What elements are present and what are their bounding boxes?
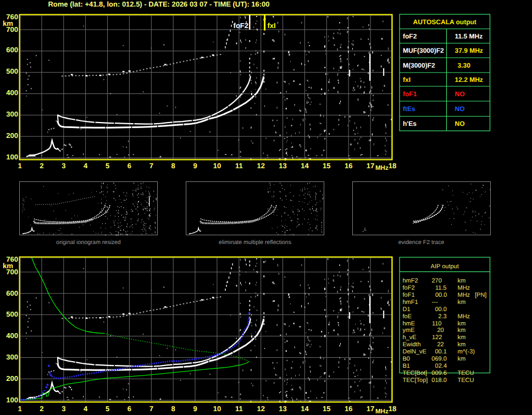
svg-text:Rome (lat: +41.8, lon: 012.5): Rome (lat: +41.8, lon: 012.5) - DATE: 20… bbox=[48, 0, 270, 8]
svg-text:14: 14 bbox=[301, 162, 309, 170]
svg-text:TEC[Top]: TEC[Top] bbox=[403, 377, 428, 384]
svg-text:hmF1: hmF1 bbox=[403, 299, 418, 306]
svg-text:foF1: foF1 bbox=[403, 292, 415, 298]
svg-text:NO: NO bbox=[455, 120, 465, 128]
svg-text:D1: D1 bbox=[403, 306, 411, 313]
svg-text:km: km bbox=[458, 299, 466, 306]
svg-text:10: 10 bbox=[213, 162, 221, 170]
svg-text:16: 16 bbox=[345, 162, 352, 170]
svg-text:12.2 MHz: 12.2 MHz bbox=[455, 76, 483, 84]
svg-text:200: 200 bbox=[6, 131, 18, 140]
svg-text:11: 11 bbox=[235, 162, 243, 170]
svg-text:3.30: 3.30 bbox=[458, 62, 471, 69]
svg-text:400: 400 bbox=[6, 331, 18, 340]
svg-text:km: km bbox=[458, 327, 466, 334]
svg-text:hmF2: hmF2 bbox=[403, 278, 418, 284]
svg-text:500: 500 bbox=[6, 310, 18, 318]
svg-text:14: 14 bbox=[301, 405, 309, 413]
svg-text:original ionogram resized: original ionogram resized bbox=[56, 239, 120, 246]
svg-text:foF1: foF1 bbox=[403, 90, 417, 98]
svg-text:11.5: 11.5 bbox=[435, 285, 447, 291]
svg-text:5: 5 bbox=[106, 162, 109, 170]
svg-text:NO: NO bbox=[455, 105, 465, 113]
svg-text:foF2: foF2 bbox=[403, 32, 417, 40]
svg-text:m^(-3): m^(-3) bbox=[458, 348, 475, 355]
svg-text:Ewidth: Ewidth bbox=[403, 341, 421, 348]
svg-text:TECU: TECU bbox=[458, 370, 474, 377]
svg-text:km: km bbox=[458, 341, 466, 348]
svg-text:37.9 MHz: 37.9 MHz bbox=[455, 47, 483, 54]
svg-text:22: 22 bbox=[437, 341, 444, 348]
svg-text:20: 20 bbox=[437, 327, 444, 334]
svg-text:2: 2 bbox=[40, 162, 43, 170]
svg-text:16: 16 bbox=[345, 405, 352, 413]
svg-text:foE: foE bbox=[403, 313, 412, 320]
svg-text:009.6: 009.6 bbox=[431, 370, 447, 377]
svg-text:300: 300 bbox=[6, 110, 18, 118]
svg-text:00.1: 00.1 bbox=[435, 348, 447, 355]
svg-text:MHz: MHz bbox=[458, 285, 470, 291]
svg-text:15: 15 bbox=[323, 162, 330, 170]
svg-text:km: km bbox=[458, 278, 466, 284]
svg-text:15: 15 bbox=[323, 405, 330, 413]
svg-text:fxI: fxI bbox=[268, 21, 276, 30]
svg-text:17: 17 bbox=[367, 405, 374, 413]
svg-text:10: 10 bbox=[213, 405, 221, 413]
svg-text:km: km bbox=[458, 356, 466, 362]
svg-text:7: 7 bbox=[149, 405, 153, 413]
svg-text:110: 110 bbox=[432, 320, 442, 327]
svg-text:02.4: 02.4 bbox=[435, 363, 447, 369]
svg-text:1: 1 bbox=[18, 162, 21, 170]
svg-text:foF2: foF2 bbox=[234, 21, 248, 30]
svg-text:2.3: 2.3 bbox=[438, 313, 446, 320]
svg-text:km: km bbox=[3, 262, 13, 270]
svg-text:11.5 MHz: 11.5 MHz bbox=[455, 32, 483, 40]
svg-text:B1: B1 bbox=[403, 363, 410, 369]
svg-text:3: 3 bbox=[62, 405, 65, 413]
svg-text:8: 8 bbox=[171, 162, 175, 170]
svg-text:eliminate multiple reflections: eliminate multiple reflections bbox=[219, 239, 291, 246]
svg-text:13: 13 bbox=[279, 162, 286, 170]
svg-text:MHz: MHz bbox=[375, 165, 389, 171]
svg-text:270: 270 bbox=[432, 278, 442, 284]
svg-text:ftEs: ftEs bbox=[403, 105, 415, 113]
svg-text:00.0: 00.0 bbox=[435, 306, 447, 313]
svg-text:foF2: foF2 bbox=[403, 285, 415, 291]
svg-text:600: 600 bbox=[6, 46, 18, 54]
svg-text:18: 18 bbox=[389, 162, 396, 170]
svg-text:12: 12 bbox=[257, 405, 264, 413]
svg-text:NO: NO bbox=[455, 90, 465, 98]
svg-text:h_vE: h_vE bbox=[403, 334, 417, 341]
svg-text:300: 300 bbox=[6, 353, 18, 361]
svg-text:069.0: 069.0 bbox=[431, 356, 447, 362]
svg-text:MHz: MHz bbox=[458, 313, 470, 320]
svg-text:00.0: 00.0 bbox=[435, 292, 447, 298]
svg-text:h'Es: h'Es bbox=[403, 120, 417, 128]
svg-text:6: 6 bbox=[128, 162, 131, 170]
svg-text:km: km bbox=[458, 334, 466, 341]
svg-text:6: 6 bbox=[128, 405, 131, 413]
svg-text:200: 200 bbox=[6, 374, 18, 383]
svg-text:11: 11 bbox=[235, 405, 243, 413]
svg-text:100: 100 bbox=[6, 153, 18, 161]
svg-text:018.0: 018.0 bbox=[431, 377, 447, 384]
svg-text:evidence F2 trace: evidence F2 trace bbox=[398, 239, 445, 246]
svg-text:17: 17 bbox=[367, 162, 374, 170]
svg-text:MHz: MHz bbox=[458, 292, 470, 298]
svg-text:TEC[Bot]: TEC[Bot] bbox=[403, 370, 428, 377]
svg-text:400: 400 bbox=[6, 88, 18, 97]
svg-text:M(3000)F2: M(3000)F2 bbox=[403, 62, 435, 69]
svg-text:fxI: fxI bbox=[403, 76, 411, 84]
svg-text:km: km bbox=[458, 320, 466, 327]
svg-text:9: 9 bbox=[193, 405, 197, 413]
svg-text:---: --- bbox=[432, 299, 438, 306]
svg-text:13: 13 bbox=[279, 405, 286, 413]
svg-text:500: 500 bbox=[6, 67, 18, 75]
svg-text:km: km bbox=[3, 19, 13, 27]
svg-text:AIP output: AIP output bbox=[431, 263, 459, 270]
svg-text:1: 1 bbox=[18, 405, 21, 413]
svg-text:7: 7 bbox=[149, 162, 153, 170]
svg-text:B0: B0 bbox=[403, 356, 410, 362]
svg-text:DelN_vE: DelN_vE bbox=[403, 348, 426, 355]
svg-text:8: 8 bbox=[171, 405, 175, 413]
